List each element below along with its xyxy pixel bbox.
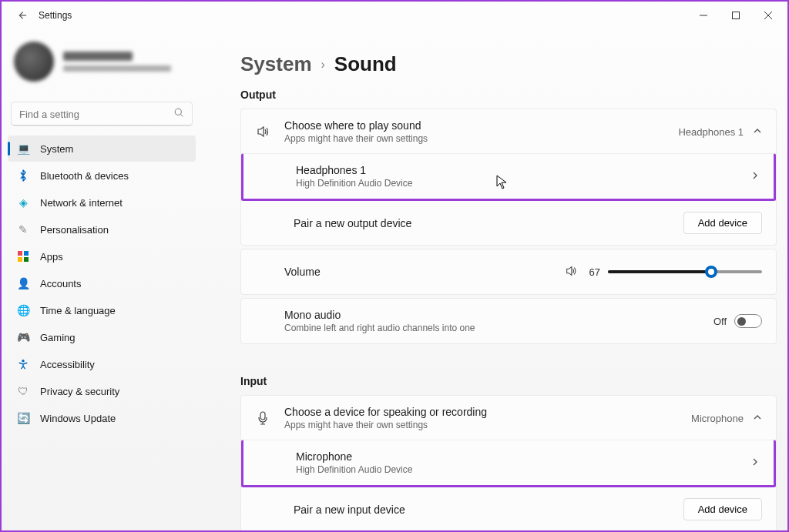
profile-name <box>63 52 133 61</box>
user-profile[interactable] <box>8 34 196 102</box>
titlebar: Settings <box>2 2 787 29</box>
mono-toggle-label: Off <box>713 316 727 327</box>
nav-list: 💻System Bluetooth & devices ◈Network & i… <box>8 136 196 431</box>
svg-rect-2 <box>18 251 22 256</box>
svg-rect-5 <box>24 257 29 262</box>
mono-audio-card: Mono audio Combine left and right audio … <box>240 298 777 344</box>
mono-audio-row[interactable]: Mono audio Combine left and right audio … <box>241 299 776 343</box>
input-device-row[interactable]: Microphone High Definition Audio Device <box>241 440 776 487</box>
svg-rect-7 <box>260 412 265 420</box>
output-choose-row[interactable]: Choose where to play sound Apps might ha… <box>241 109 776 154</box>
main-content: System › Sound Output Choose where to pl… <box>202 29 787 530</box>
gamepad-icon: 🎮 <box>17 331 29 343</box>
search-input[interactable] <box>19 109 174 120</box>
nav-accounts[interactable]: 👤Accounts <box>8 270 196 296</box>
pair-input-row: Pair a new input device Add device <box>241 487 776 530</box>
nav-time[interactable]: 🌐Time & language <box>8 297 196 323</box>
chevron-up-icon <box>753 413 762 424</box>
sidebar: 💻System Bluetooth & devices ◈Network & i… <box>2 29 202 530</box>
maximize-button[interactable] <box>720 5 752 26</box>
chevron-right-icon <box>750 457 760 469</box>
person-icon: 👤 <box>17 277 29 289</box>
output-device-row[interactable]: Headphones 1 High Definition Audio Devic… <box>241 153 776 201</box>
nav-bluetooth[interactable]: Bluetooth & devices <box>8 162 196 189</box>
output-volume-slider[interactable] <box>608 270 762 273</box>
mono-audio-toggle[interactable] <box>734 314 762 328</box>
nav-accessibility[interactable]: Accessibility <box>8 351 196 377</box>
add-output-device-button[interactable]: Add device <box>683 212 762 234</box>
network-icon: ◈ <box>17 196 29 209</box>
nav-gaming[interactable]: 🎮Gaming <box>8 324 196 350</box>
chevron-right-icon: › <box>321 58 325 72</box>
svg-point-6 <box>22 360 25 363</box>
apps-icon <box>17 250 29 263</box>
profile-email <box>63 65 171 72</box>
output-volume-card: Volume 67 <box>240 249 777 295</box>
output-choose-card: Choose where to play sound Apps might ha… <box>240 109 777 246</box>
svg-rect-3 <box>24 251 29 256</box>
search-box[interactable] <box>11 102 193 126</box>
svg-point-1 <box>175 109 181 115</box>
window-title: Settings <box>39 10 72 21</box>
breadcrumb: System › Sound <box>240 52 777 76</box>
chevron-up-icon <box>753 126 762 138</box>
nav-privacy[interactable]: 🛡Privacy & security <box>8 378 196 404</box>
back-button[interactable] <box>11 5 32 26</box>
svg-rect-4 <box>18 257 22 262</box>
input-choose-card: Choose a device for speaking or recordin… <box>240 395 777 530</box>
output-volume-value: 67 <box>583 266 600 278</box>
output-volume-row: Volume 67 <box>241 249 776 294</box>
system-icon: 💻 <box>17 142 29 155</box>
input-section-label: Input <box>240 375 777 387</box>
speaker-small-icon[interactable] <box>565 265 577 279</box>
globe-icon: 🌐 <box>17 304 29 316</box>
output-section-label: Output <box>240 89 777 101</box>
svg-rect-0 <box>733 12 740 19</box>
speaker-icon <box>255 125 270 139</box>
chevron-right-icon <box>750 171 760 182</box>
microphone-icon <box>255 411 270 425</box>
nav-system[interactable]: 💻System <box>8 136 196 162</box>
pair-output-row: Pair a new output device Add device <box>241 200 776 245</box>
nav-network[interactable]: ◈Network & internet <box>8 189 196 216</box>
update-icon: 🔄 <box>17 412 29 424</box>
add-input-device-button[interactable]: Add device <box>683 498 762 520</box>
nav-apps[interactable]: Apps <box>8 243 196 269</box>
minimize-button[interactable] <box>687 5 720 26</box>
accessibility-icon <box>17 358 29 370</box>
breadcrumb-parent[interactable]: System <box>240 52 312 76</box>
avatar <box>14 42 54 82</box>
shield-icon: 🛡 <box>17 385 29 397</box>
bluetooth-icon <box>17 169 29 182</box>
search-icon <box>174 108 184 120</box>
close-button[interactable] <box>752 5 784 26</box>
nav-personalisation[interactable]: ✎Personalisation <box>8 216 196 243</box>
input-choose-row[interactable]: Choose a device for speaking or recordin… <box>241 396 776 440</box>
breadcrumb-current: Sound <box>334 52 397 76</box>
brush-icon: ✎ <box>17 223 29 236</box>
nav-update[interactable]: 🔄Windows Update <box>8 405 196 431</box>
